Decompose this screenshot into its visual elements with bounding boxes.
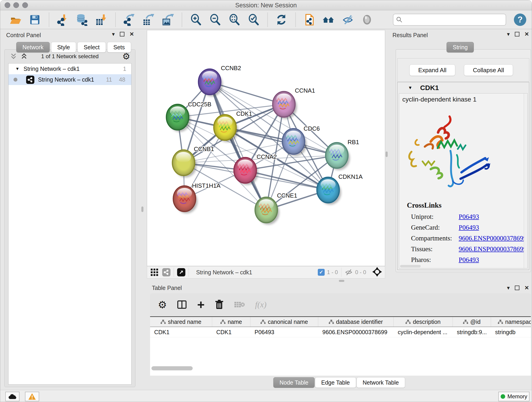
tab-network[interactable]: Network [16, 42, 50, 52]
add-column-icon[interactable]: + [197, 298, 205, 311]
network-node-hist1h1a[interactable] [173, 186, 197, 213]
import-table-file-button[interactable] [95, 12, 108, 27]
column-header-namespace[interactable]: namespace [491, 317, 531, 327]
network-node-rb1[interactable] [325, 142, 350, 170]
table-panel-close-icon[interactable]: ✕ [525, 285, 529, 291]
results-panel-close-icon[interactable]: ✕ [525, 32, 529, 37]
help-button[interactable]: ? [514, 13, 526, 26]
collapse-all-button[interactable]: Collapse All [464, 64, 513, 76]
hidden-eye-slash-icon[interactable] [345, 269, 353, 276]
network-collection-row[interactable]: ▼ String Network – cdk1 1 [8, 64, 131, 74]
tab-edge-table[interactable]: Edge Table [315, 377, 356, 388]
zoom-selected-button[interactable] [247, 12, 260, 27]
column-header-description[interactable]: description [394, 317, 453, 327]
gene-caret-icon[interactable]: ▼ [408, 85, 412, 90]
bottom-splitter-handle[interactable] [339, 280, 344, 282]
results-horizontal-scrollbar[interactable] [400, 265, 421, 268]
table-settings-gear-icon[interactable]: ⚙ [158, 299, 167, 311]
network-view-canvas[interactable]: CCNB2CCNA1CDC25BCDK1CDC6RB1CCNB1CCNA2CDK… [147, 30, 385, 266]
export-image-button[interactable] [161, 12, 174, 27]
table-panel-menu-icon[interactable]: ▾ [507, 285, 510, 291]
show-all-button[interactable] [360, 12, 374, 27]
gene-card-header[interactable]: ▼ CDK1 [398, 82, 529, 93]
hide-selected-button[interactable] [341, 12, 355, 27]
grid-view-button[interactable] [149, 267, 159, 277]
show-starter-panel-button[interactable] [322, 12, 335, 27]
table-horizontal-scrollbar[interactable] [152, 366, 193, 370]
open-in-window-button[interactable] [177, 268, 185, 276]
function-builder-icon[interactable]: f(x) [255, 300, 266, 309]
export-network-button[interactable] [123, 12, 136, 27]
column-header--id[interactable]: @id [453, 317, 491, 327]
collection-caret-icon[interactable]: ▼ [15, 66, 19, 71]
import-network-database-button[interactable] [75, 12, 89, 27]
results-panel-menu-icon[interactable]: ▾ [507, 32, 510, 37]
network-node-ccna2[interactable] [234, 157, 258, 185]
results-panel-float-icon[interactable] [515, 32, 519, 36]
table-row[interactable]: CDK1CDK1P064939606.ENSP00000378699cyclin… [150, 327, 531, 337]
column-header-label: namespace [505, 319, 531, 325]
table-body: CDK1CDK1P064939606.ENSP00000378699cyclin… [150, 327, 531, 376]
search-field[interactable] [393, 14, 506, 26]
network-edge-ccnb2-ccne1[interactable] [210, 82, 266, 210]
network-node-ccnb2[interactable] [198, 69, 223, 96]
tab-network-table[interactable]: Network Table [356, 377, 405, 388]
memory-button[interactable]: Memory [498, 392, 530, 401]
table-panel-float-icon[interactable] [515, 286, 519, 290]
crosslink-link[interactable]: P06493 [459, 224, 479, 231]
string-network-graph[interactable]: CCNB2CCNA1CDC25BCDK1CDC6RB1CCNB1CCNA2CDK… [147, 30, 385, 266]
control-panel-float-icon[interactable] [120, 32, 124, 36]
tab-string[interactable]: String [447, 42, 474, 52]
tab-node-table[interactable]: Node Table [273, 377, 315, 388]
crosslink-link[interactable]: P06493 [459, 256, 479, 264]
crosslink-link[interactable]: 9606.ENSP00000378699 [459, 235, 526, 242]
save-session-button[interactable] [28, 12, 41, 27]
search-input[interactable] [403, 16, 503, 23]
crosslink-label: Uniprot: [411, 213, 459, 220]
zoom-in-button[interactable] [189, 12, 202, 27]
column-header-canonical-name[interactable]: canonical name [250, 317, 318, 327]
import-network-file-button[interactable] [56, 12, 70, 27]
network-node-cdkn1a[interactable] [317, 177, 341, 205]
right-splitter-handle[interactable] [386, 152, 388, 157]
control-panel-close-icon[interactable]: ✕ [129, 32, 134, 37]
network-type-badge-icon[interactable] [162, 268, 171, 276]
crosslink-label: GeneCard: [411, 224, 459, 231]
show-columns-icon[interactable] [177, 300, 187, 310]
network-options-gear-icon[interactable]: ⚙ [122, 51, 130, 61]
delete-column-trash-icon[interactable] [215, 299, 224, 310]
refresh-layout-button[interactable] [275, 12, 288, 27]
control-panel-menu-icon[interactable]: ▾ [112, 32, 115, 37]
node-label-ccnb2: CCNB2 [221, 65, 241, 71]
expand-all-button[interactable]: Expand All [409, 64, 455, 76]
delete-table-icon[interactable] [234, 300, 245, 309]
warnings-button[interactable] [25, 392, 39, 401]
column-header-shared-name[interactable]: shared name [150, 317, 212, 327]
open-session-button[interactable] [9, 12, 22, 27]
selected-nodes-checkbox[interactable]: ✓ [318, 269, 325, 276]
fit-content-button[interactable] [228, 12, 241, 27]
results-vertical-scrollbar[interactable] [524, 94, 527, 268]
network-row-selected[interactable]: String Network – cdk1 11 48 [8, 74, 131, 85]
crosslink-link[interactable]: 9606.ENSP00000378699 [459, 245, 526, 253]
toolbar-separator [341, 268, 341, 277]
network-node-ccne1[interactable] [255, 197, 279, 225]
network-node-ccna1[interactable] [272, 91, 297, 119]
column-header-name[interactable]: name [212, 317, 250, 327]
birdseye-navigator-button[interactable] [372, 267, 382, 278]
tab-sets[interactable]: Sets [107, 42, 131, 52]
eye-slash-icon [342, 13, 354, 26]
network-node-cdk1[interactable] [214, 114, 238, 142]
column-header-label: database identifier [336, 319, 383, 325]
network-node-cdc25b[interactable] [166, 104, 191, 132]
cloud-button[interactable] [5, 392, 19, 401]
crosslink-link[interactable]: P06493 [459, 213, 479, 220]
column-header-database-identifier[interactable]: database identifier [318, 317, 394, 327]
share-session-file-button[interactable] [303, 12, 316, 27]
tab-select[interactable]: Select [77, 42, 106, 52]
zoom-out-button[interactable] [208, 12, 222, 27]
tab-style[interactable]: Style [51, 42, 76, 52]
export-table-button[interactable] [142, 12, 155, 27]
crosslink-row: Pharos:P06493 [411, 254, 527, 265]
left-splitter-handle[interactable] [141, 206, 143, 212]
